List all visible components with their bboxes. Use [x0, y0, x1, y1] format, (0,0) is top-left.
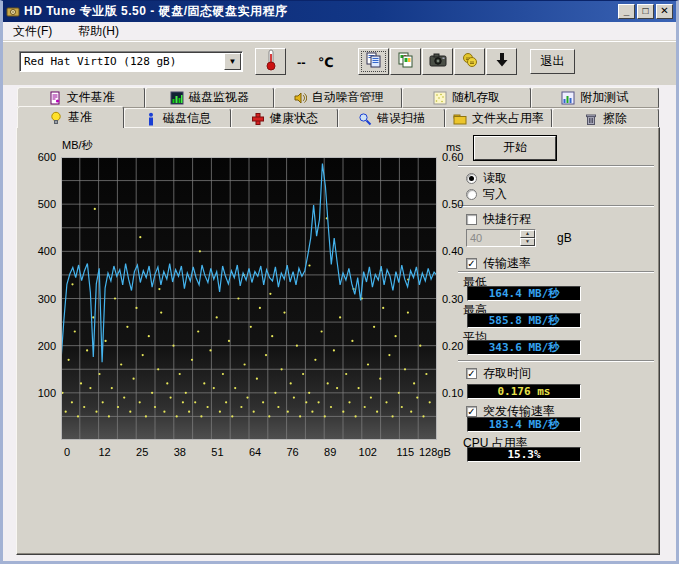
y-right-tick-label: 0.20: [442, 340, 474, 352]
trash-icon: [584, 112, 598, 126]
tab-extra-tests[interactable]: 附加测试: [531, 87, 659, 108]
shortstroke-label: 快捷行程: [483, 211, 531, 228]
access-time-checkbox[interactable]: ✓ 存取时间: [466, 365, 531, 382]
tab-label: 随机存取: [452, 89, 500, 106]
tab-label: 磁盘信息: [163, 110, 211, 127]
max-value: 585.8 MB/秒: [467, 313, 581, 328]
transfer-checkbox[interactable]: ✓ 传输速率: [466, 255, 531, 272]
minimize-button[interactable]: _: [618, 4, 635, 19]
info-icon: [144, 112, 158, 126]
save-arrow-icon: [494, 52, 510, 71]
access-time-value: 0.176 ms: [467, 384, 581, 399]
min-value: 164.4 MB/秒: [467, 286, 581, 301]
access-time-label: 存取时间: [483, 365, 531, 382]
temperature-button[interactable]: [255, 48, 286, 75]
tab-benchmark[interactable]: 基准: [17, 106, 124, 128]
close-button[interactable]: ✕: [656, 4, 673, 19]
y-left-tick-label: 500: [23, 198, 56, 210]
size-unit-label: gB: [557, 231, 572, 245]
random-access-icon: [433, 91, 447, 105]
tab-label: 擦除: [603, 110, 627, 127]
spin-up-icon: ▲: [520, 230, 535, 238]
tab-label: 文件夹占用率: [472, 110, 544, 127]
exit-button[interactable]: 退出: [530, 49, 575, 74]
tab-row-lower: 基准磁盘信息健康状态错误扫描文件夹占用率擦除: [17, 108, 659, 128]
radio-icon[interactable]: [466, 173, 477, 184]
temperature-unit: ℃: [318, 55, 334, 70]
y-left-tick-label: 200: [23, 340, 56, 352]
chevron-down-icon[interactable]: ▼: [224, 53, 241, 70]
transfer-label: 传输速率: [483, 255, 531, 272]
tab-aam[interactable]: 自动噪音管理: [274, 87, 402, 108]
spinner-arrows[interactable]: ▲▼: [520, 230, 535, 246]
tab-health[interactable]: 健康状态: [231, 108, 338, 128]
tab-label: 文件基准: [67, 89, 115, 106]
lightbulb-icon: [49, 111, 63, 125]
tab-disk-monitor[interactable]: 磁盘监视器: [145, 87, 273, 108]
screenshot-button[interactable]: [422, 48, 453, 75]
drive-select-value: Red Hat VirtIO (128 gB): [20, 55, 224, 68]
coins-icon: [462, 52, 478, 71]
maximize-button[interactable]: □: [637, 4, 654, 19]
read-radio[interactable]: 读取: [466, 170, 507, 187]
y-left-tick-label: 100: [23, 387, 56, 399]
checkbox-icon[interactable]: [466, 214, 477, 225]
tab-random-access[interactable]: 随机存取: [402, 87, 530, 108]
benchmark-page: MB/秒 ms 开始 读取 写入 快捷行程 40 ▲▼ gB ✓ 传输速率: [16, 127, 660, 555]
tab-error-scan[interactable]: 错误扫描: [338, 108, 445, 128]
tab-row-upper: 文件基准磁盘监视器自动噪音管理随机存取附加测试: [17, 87, 659, 108]
separator: [458, 165, 654, 167]
tab-label: 基准: [68, 109, 92, 126]
folder-icon: [453, 112, 467, 126]
window-title: HD Tune 专业版 5.50 - 硬盘/固态硬盘实用程序: [24, 3, 287, 20]
menu-item-file[interactable]: 文件(F): [9, 22, 56, 41]
tab-disk-info[interactable]: 磁盘信息: [124, 108, 231, 128]
tab-erase[interactable]: 擦除: [552, 108, 659, 128]
shortstroke-checkbox[interactable]: 快捷行程: [466, 211, 531, 228]
chart-canvas: [61, 157, 437, 440]
menu-bar: 文件(F) 帮助(H): [3, 22, 676, 41]
tab-folder-usage[interactable]: 文件夹占用率: [445, 108, 552, 128]
drive-select[interactable]: Red Hat VirtIO (128 gB) ▼: [19, 51, 243, 72]
save-button[interactable]: [486, 48, 517, 75]
avg-value: 343.6 MB/秒: [467, 340, 581, 355]
app-icon: [6, 5, 20, 19]
size-spinner[interactable]: 40 ▲▼: [466, 229, 536, 247]
y-right-tick-label: 0.60: [442, 151, 474, 163]
copy-image-button[interactable]: [390, 48, 421, 75]
spin-down-icon: ▼: [520, 238, 535, 246]
separator: [458, 271, 654, 273]
y-left-axis-title: MB/秒: [62, 138, 93, 153]
menu-item-help[interactable]: 帮助(H): [74, 22, 123, 41]
y-right-tick-label: 0.30: [442, 293, 474, 305]
checkbox-icon[interactable]: ✓: [466, 406, 477, 417]
read-radio-label: 读取: [483, 170, 507, 187]
y-left-tick-label: 400: [23, 245, 56, 257]
title-bar: HD Tune 专业版 5.50 - 硬盘/固态硬盘实用程序 _ □ ✕: [3, 1, 676, 22]
tab-label: 错误扫描: [377, 110, 425, 127]
cpu-usage-value: 15.3%: [467, 447, 581, 462]
toolbar: Red Hat VirtIO (128 gB) ▼ -- ℃ 退出: [3, 41, 676, 85]
copy-text-button[interactable]: [358, 48, 389, 75]
y-left-tick-label: 300: [23, 293, 56, 305]
tab-file-benchmark[interactable]: 文件基准: [17, 87, 145, 108]
checkbox-icon[interactable]: ✓: [466, 368, 477, 379]
checkbox-icon[interactable]: ✓: [466, 258, 477, 269]
start-button[interactable]: 开始: [474, 136, 556, 160]
benchmark-chart: [61, 157, 437, 440]
extra-tests-icon: [561, 91, 575, 105]
register-button[interactable]: [454, 48, 485, 75]
tab-label: 健康状态: [270, 110, 318, 127]
health-cross-icon: [251, 112, 265, 126]
thermometer-icon: [264, 48, 278, 75]
write-radio-label: 写入: [483, 186, 507, 203]
tab-label: 附加测试: [580, 89, 628, 106]
y-right-tick-label: 0.40: [442, 245, 474, 257]
size-spinner-value: 40: [467, 230, 520, 246]
separator: [458, 205, 654, 207]
burst-rate-value: 183.4 MB/秒: [467, 417, 581, 432]
magnifier-icon: [358, 112, 372, 126]
app-window: HD Tune 专业版 5.50 - 硬盘/固态硬盘实用程序 _ □ ✕ 文件(…: [0, 0, 679, 564]
temperature-value: --: [297, 55, 306, 70]
file-benchmark-icon: [48, 91, 62, 105]
